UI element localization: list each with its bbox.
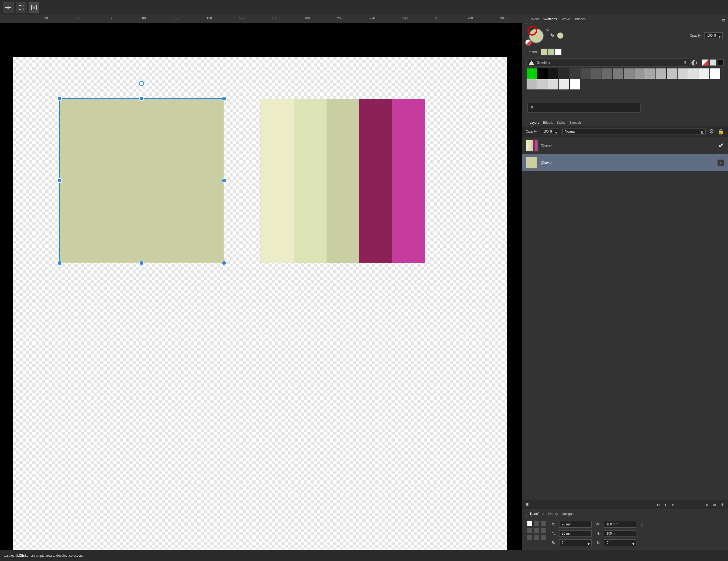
r-field[interactable]: 0 °▾ bbox=[559, 539, 592, 546]
swatch-cell[interactable] bbox=[602, 68, 613, 79]
chevron-down-icon: ▾ bbox=[719, 34, 721, 39]
fx-icon[interactable]: fx bbox=[672, 503, 675, 507]
panel-grip-icon[interactable]: ⋮⋮ bbox=[524, 19, 534, 25]
swatch-cell[interactable] bbox=[559, 68, 569, 79]
resize-handle-ne[interactable] bbox=[222, 96, 226, 101]
group-icon[interactable]: ▦ bbox=[713, 503, 716, 507]
layer-visibility-checkbox[interactable]: ✔ bbox=[717, 159, 724, 166]
resize-handle-n[interactable] bbox=[139, 96, 144, 101]
swatch-cell[interactable] bbox=[537, 68, 548, 79]
gear-icon[interactable]: ⚙ bbox=[709, 128, 714, 135]
swatch-cell[interactable] bbox=[548, 68, 559, 79]
ruler-tick: 140 bbox=[242, 15, 247, 21]
swatch-cell[interactable] bbox=[667, 68, 677, 79]
resize-handle-s[interactable] bbox=[139, 261, 144, 266]
swatch-grid bbox=[526, 68, 724, 90]
resize-handle-sw[interactable] bbox=[57, 261, 62, 266]
layer-visibility-checkbox[interactable]: ✔ bbox=[718, 142, 724, 150]
y-label: Y: bbox=[552, 532, 555, 535]
ruler-tick: 80 bbox=[144, 15, 147, 21]
resize-handle-nw[interactable] bbox=[57, 96, 62, 101]
swatch-cell[interactable] bbox=[623, 68, 634, 79]
tab-transform[interactable]: Transform bbox=[530, 512, 544, 516]
tab-swatches[interactable]: Swatches bbox=[543, 17, 557, 21]
lock-icon[interactable]: 🔒 bbox=[717, 128, 724, 135]
link-wh-icon[interactable]: ⎘ bbox=[641, 522, 643, 526]
resize-handle-se[interactable] bbox=[222, 261, 226, 266]
swatch-cell[interactable] bbox=[688, 68, 699, 79]
layers-stack-icon[interactable]: ☰ bbox=[526, 503, 529, 507]
s-field[interactable]: 0 °▾ bbox=[604, 539, 636, 546]
duplicate-icon[interactable]: ⧉ bbox=[706, 503, 708, 507]
viewport[interactable] bbox=[0, 23, 522, 550]
tab-history[interactable]: History bbox=[548, 512, 558, 516]
resize-handle-e[interactable] bbox=[222, 178, 226, 183]
resize-handle-w[interactable] bbox=[57, 178, 62, 183]
swatch-cell[interactable] bbox=[537, 79, 548, 90]
swatch-cell[interactable] bbox=[559, 79, 569, 90]
h-field[interactable]: 100 mm bbox=[604, 530, 636, 537]
tab-stroke[interactable]: Stroke bbox=[561, 17, 570, 21]
w-field[interactable]: 100 mm bbox=[604, 521, 636, 528]
selected-rectangle[interactable] bbox=[59, 98, 224, 263]
swatch-cell[interactable] bbox=[613, 68, 623, 79]
tab-effects[interactable]: Effects bbox=[543, 121, 553, 125]
layer-row[interactable]: (Curve)✔ bbox=[522, 154, 728, 171]
swatch-cell[interactable] bbox=[699, 68, 710, 79]
no-colour-icon[interactable] bbox=[525, 39, 532, 46]
recent-swatch[interactable] bbox=[541, 49, 548, 56]
swatch-cell[interactable] bbox=[548, 79, 559, 90]
tab-layers[interactable]: Layers bbox=[530, 121, 539, 125]
ruler-tick: 60 bbox=[111, 15, 115, 21]
stripes-object[interactable] bbox=[260, 99, 425, 263]
adjustment-icon[interactable]: ◐ bbox=[665, 503, 667, 507]
recent-swatch[interactable] bbox=[548, 49, 555, 56]
page[interactable] bbox=[13, 57, 507, 550]
layer-footer: ☰ ◧ ◐ fx ⧉ ▦ 🗑 bbox=[522, 500, 728, 509]
swatch-cell[interactable] bbox=[569, 79, 580, 90]
eyedropper-icon[interactable]: ✎ bbox=[550, 32, 555, 39]
swatch-cell[interactable] bbox=[645, 68, 656, 79]
swatch-cell[interactable] bbox=[569, 68, 580, 79]
swatch-cell[interactable] bbox=[656, 68, 667, 79]
x-field[interactable]: 28 mm bbox=[559, 521, 592, 528]
swatch-cell[interactable] bbox=[526, 68, 537, 79]
swatch-cell[interactable] bbox=[677, 68, 688, 79]
swatch-cell[interactable] bbox=[591, 68, 602, 79]
swatches-tabs: ColourSwatchesStrokeBrushes bbox=[522, 15, 728, 23]
swatch-search[interactable]: 🔍 bbox=[527, 103, 641, 113]
y-field[interactable]: 26 mm bbox=[559, 530, 592, 537]
palette-menu-icon[interactable]: ◐ bbox=[691, 58, 697, 67]
snap-button-2[interactable] bbox=[16, 2, 26, 13]
blend-mode-field[interactable]: Normal⇅ bbox=[562, 129, 706, 135]
swatch-cell[interactable] bbox=[580, 68, 591, 79]
recent-swatch[interactable] bbox=[555, 49, 562, 56]
fill-colour-well[interactable]: ⟲ bbox=[527, 27, 545, 44]
ruler-tick: 300 bbox=[503, 15, 508, 21]
colour-mode-boxes[interactable] bbox=[702, 59, 724, 66]
panel-menu-icon[interactable]: ≡ bbox=[722, 17, 726, 25]
snap-button-1[interactable] bbox=[3, 2, 13, 13]
tab-symbols[interactable]: Symbols bbox=[569, 121, 582, 125]
tab-navigator[interactable]: Navigator bbox=[562, 512, 576, 516]
ruler-tick: 20 bbox=[46, 15, 50, 21]
swap-colours-icon[interactable]: ⟲ bbox=[545, 26, 550, 32]
swatch-cell[interactable] bbox=[710, 68, 720, 79]
mask-icon[interactable]: ◧ bbox=[657, 503, 660, 507]
snap-button-3[interactable] bbox=[29, 2, 39, 13]
palette-selector[interactable]: Grautöne ⇅ bbox=[526, 59, 689, 67]
tab-brushes[interactable]: Brushes bbox=[574, 17, 586, 21]
opacity-field[interactable]: 100 %▾ bbox=[704, 32, 723, 39]
swatch-cell[interactable] bbox=[634, 68, 645, 79]
swatch-search-input[interactable] bbox=[537, 105, 638, 111]
trash-icon[interactable]: 🗑 bbox=[721, 503, 724, 507]
anchor-selector[interactable] bbox=[527, 521, 546, 540]
canvas-area: 2040608010012014016018020022024026028030… bbox=[0, 15, 522, 550]
tab-styles[interactable]: Styles bbox=[557, 121, 566, 125]
layer-row[interactable]: (Curve)✔ bbox=[522, 137, 728, 154]
h-label: H: bbox=[596, 532, 600, 535]
swatch-cell[interactable] bbox=[526, 79, 537, 90]
ruler-horizontal[interactable]: 2040608010012014016018020022024026028030… bbox=[3, 15, 522, 23]
layer-opacity-field[interactable]: 100 %▾ bbox=[541, 129, 559, 135]
rotation-handle[interactable] bbox=[139, 81, 144, 86]
